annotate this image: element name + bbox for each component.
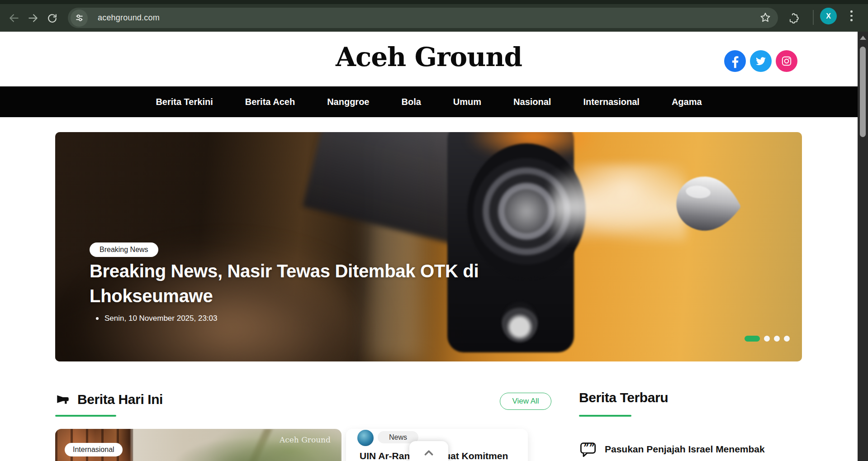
scroll-to-top-button[interactable] <box>409 441 448 461</box>
bookmark-button[interactable] <box>759 11 772 26</box>
article-avatar <box>357 430 374 446</box>
tune-icon <box>75 14 84 22</box>
instagram-link[interactable] <box>776 50 797 72</box>
hero-date: Senin, 10 November 2025, 23:03 <box>96 314 218 323</box>
back-button[interactable] <box>7 11 21 25</box>
hero-carousel[interactable]: Breaking News Breaking News, Nasir Tewas… <box>55 132 802 361</box>
svg-text:””: ”” <box>583 442 595 453</box>
reload-icon <box>47 13 58 24</box>
menu-dot <box>850 15 853 17</box>
latest-section-title: Berita Terbaru <box>579 390 668 405</box>
hero-headline-line1: Breaking News, Nasir Tewas Ditembak OTK … <box>90 261 479 281</box>
latest-section-header: Berita Terbaru <box>579 390 668 405</box>
scrollbar-up-arrow[interactable] <box>860 36 866 40</box>
browser-menu-button[interactable] <box>850 10 853 24</box>
nav-item-berita-terkini[interactable]: Berita Terkini <box>156 97 213 107</box>
browser-toolbar: acehground.com X <box>0 0 868 32</box>
facebook-icon <box>725 51 745 71</box>
nav-item-berita-aceh[interactable]: Berita Aceh <box>245 97 295 107</box>
quote-icon: ”” <box>579 441 597 459</box>
today-section-header: Berita Hari Ini <box>55 392 163 407</box>
profile-avatar[interactable]: X <box>820 8 837 24</box>
carousel-dots <box>745 336 790 342</box>
nav-item-bola[interactable]: Bola <box>401 97 421 107</box>
facebook-link[interactable] <box>724 50 746 72</box>
profile-initial: X <box>826 12 831 20</box>
back-icon <box>8 12 20 24</box>
image-watermark: Aceh Ground <box>280 435 331 444</box>
twitter-icon <box>755 55 767 67</box>
forward-icon <box>27 12 39 24</box>
today-section-title: Berita Hari Ini <box>77 392 163 407</box>
latest-item-title[interactable]: Pasukan Penjajah Israel Menembak <box>605 441 808 456</box>
breaking-news-badge: Breaking News <box>90 242 158 257</box>
forward-button[interactable] <box>26 11 40 25</box>
instagram-icon <box>781 55 792 67</box>
category-badge-internasional[interactable]: Internasional <box>65 443 123 456</box>
megaphone-icon <box>55 392 71 407</box>
site-settings-button[interactable] <box>71 10 88 27</box>
toolbar-divider <box>813 10 814 25</box>
latest-list-item[interactable]: ”” Pasukan Penjajah Israel Menembak <box>579 441 808 459</box>
carousel-dot[interactable] <box>764 336 770 342</box>
nav-item-agama[interactable]: Agama <box>672 97 702 107</box>
chevron-up-icon <box>422 446 436 460</box>
article-card-image[interactable]: Aceh Ground Internasional <box>55 429 342 461</box>
page-scrollbar[interactable] <box>858 32 868 461</box>
bullet-dot <box>96 317 99 320</box>
card-image-plant-part <box>170 429 342 461</box>
today-underline <box>55 415 116 417</box>
carousel-dot[interactable] <box>774 336 780 342</box>
nav-item-internasional[interactable]: Internasional <box>583 97 639 107</box>
reload-button[interactable] <box>45 11 59 25</box>
latest-underline <box>579 415 631 417</box>
hero-headline-line2: Lhokseumawe <box>90 286 213 306</box>
address-bar[interactable]: acehground.com <box>68 8 778 28</box>
nav-item-umum[interactable]: Umum <box>453 97 481 107</box>
menu-dot <box>850 19 853 21</box>
extensions-button[interactable] <box>787 11 801 25</box>
twitter-link[interactable] <box>750 50 772 72</box>
nav-item-nasional[interactable]: Nasional <box>513 97 551 107</box>
hero-image <box>55 132 802 361</box>
view-all-button[interactable]: View All <box>500 393 551 410</box>
extensions-icon <box>788 12 800 24</box>
nav-item-nanggroe[interactable]: Nanggroe <box>327 97 369 107</box>
hero-headline[interactable]: Breaking News, Nasir Tewas Ditembak OTK … <box>90 259 596 309</box>
carousel-dot[interactable] <box>784 336 790 342</box>
url-text[interactable]: acehground.com <box>98 13 160 23</box>
site-header: Aceh Ground <box>0 32 858 86</box>
carousel-dot-active[interactable] <box>745 336 760 342</box>
main-nav: Berita Terkini Berita Aceh Nanggroe Bola… <box>0 86 858 117</box>
scrollbar-thumb[interactable] <box>860 47 866 137</box>
star-icon <box>759 11 772 24</box>
menu-dot <box>850 10 853 13</box>
social-links <box>724 50 797 72</box>
window-top-strip <box>0 0 868 4</box>
